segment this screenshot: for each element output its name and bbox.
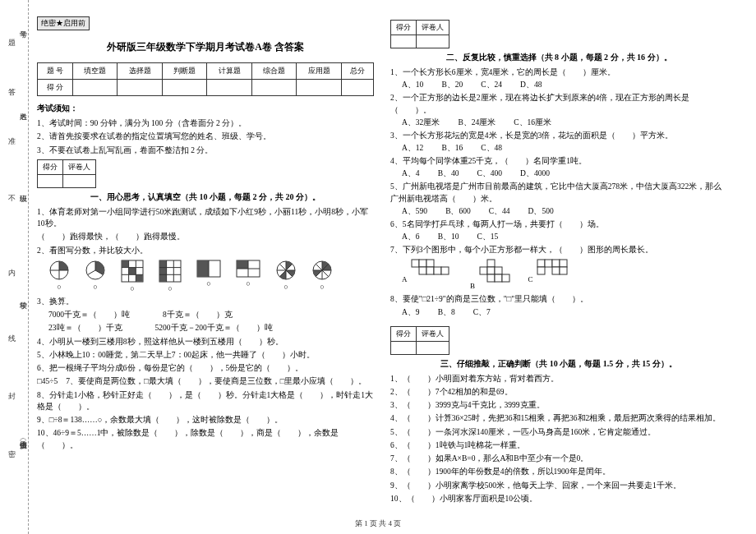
- q: 3、一个长方形花坛的宽是4米，长是宽的3倍，花坛的面积是（ ）平方米。: [390, 130, 727, 141]
- svg-rect-10: [136, 274, 143, 282]
- q: 5、（ ）一条河水深140厘米，一匹小马身高是160米，它肯定能通过。: [390, 426, 727, 438]
- score-table: 题 号 填空题 选择题 判断题 计算题 综合题 应用题 总分 得 分: [37, 62, 374, 96]
- fig-circle-thirds: ○: [85, 260, 106, 292]
- page: 绝密★启用前 外研版三年级数学下学期月考试卷A卷 含答案 题 号 填空题 选择题…: [29, 0, 752, 514]
- section2-title: 二、反复比较，慎重选择（共 8 小题，每题 2 分，共 16 分）。: [390, 52, 727, 63]
- svg-rect-46: [480, 267, 487, 274]
- q: 9、（ ）小明家离学校500米，他每天上学、回家，一个来回一共要走1千米。: [390, 480, 727, 491]
- q: 1、一个长方形长6厘米，宽4厘米，它的周长是（ ）厘米。: [390, 67, 727, 78]
- q: 8、（ ）1900年的年份数是4的倍数，所以1900年是闰年。: [390, 466, 727, 477]
- fig-circle-eighths: ○: [275, 260, 297, 292]
- q: 1、体育老师对第一小组同学进行50米跑测试，成绩如下小红9秒，小丽11秒，小明8…: [37, 206, 374, 230]
- left-column: 绝密★启用前 外研版三年级数学下学期月考试卷A卷 含答案 题 号 填空题 选择题…: [37, 16, 374, 506]
- q: 5、小林晚上10：00睡觉，第二天早上7：00起床，他一共睡了（ ）小时。: [37, 349, 374, 361]
- th: 综合题: [251, 63, 296, 80]
- row-label: 得 分: [38, 80, 73, 96]
- svg-rect-48: [495, 267, 502, 274]
- svg-rect-41: [419, 267, 426, 274]
- svg-rect-43: [434, 267, 441, 274]
- q: 2、（ ）7个42相加的和是69。: [390, 386, 727, 398]
- q: 3、换算。: [37, 296, 374, 307]
- th: 计算题: [207, 63, 251, 80]
- fig-grid-3x3: ○: [121, 260, 144, 292]
- options: A、32厘米B、24厘米C、16厘米: [402, 117, 727, 128]
- q: 2、一个正方形的边长是2厘米，现在将边长扩大到原来的4倍，现在正方形的周长是（ …: [390, 92, 727, 116]
- q: 7、（ ）如果A×B=0，那么A和B中至少有一个是0。: [390, 453, 727, 464]
- section-scorebox: 得分评卷人: [390, 20, 449, 48]
- shape-c: C: [528, 259, 574, 283]
- q: 7、下列3个图形中，每个小正方形都一样大，（ ）图形的周长最长。: [390, 244, 727, 255]
- fig-grid-3x3b: ○: [159, 260, 182, 292]
- notice-item: 3、不要在试卷上乱写乱画，卷面不整洁扣 2 分。: [37, 145, 374, 156]
- fig-rect-quarters: ○: [236, 260, 260, 292]
- svg-rect-45: [487, 260, 495, 267]
- th: 总分: [341, 63, 373, 80]
- svg-rect-44: [441, 267, 449, 274]
- svg-rect-47: [487, 267, 495, 274]
- svg-rect-58: [560, 267, 567, 274]
- shape-b: B: [470, 259, 510, 290]
- svg-rect-55: [560, 260, 567, 267]
- q: 2、看图写分数，并比较大小。: [37, 245, 374, 256]
- q: （ ）跑得最快，（ ）跑得最慢。: [37, 231, 374, 242]
- svg-rect-50: [495, 274, 502, 282]
- svg-rect-54: [552, 260, 560, 267]
- th: 填空题: [72, 63, 117, 80]
- svg-rect-16: [159, 260, 167, 282]
- notice-item: 1、考试时间：90 分钟，满分为 100 分（含卷面分 2 分）。: [37, 117, 374, 129]
- options: A、590B、600C、44D、500: [402, 206, 727, 217]
- q: 3、（ ）3999克与4千克比，3999克重。: [390, 399, 727, 411]
- svg-rect-51: [502, 274, 509, 282]
- svg-rect-39: [419, 260, 426, 267]
- th: 判断题: [162, 63, 206, 80]
- svg-rect-38: [412, 260, 419, 267]
- q: □45÷5 7、要使商是两位数，□最大填（ ），要使商是三位数，□里最小应填（ …: [37, 375, 374, 387]
- notice-item: 2、请首先按要求在试卷的指定位置填写您的姓名、班级、学号。: [37, 131, 374, 142]
- exam-title: 外研版三年级数学下学期月考试卷A卷 含答案: [37, 40, 374, 54]
- section1-title: 一、用心思考，认真填空（共 10 小题，每题 2 分，共 20 分）。: [37, 191, 374, 203]
- svg-rect-22: [197, 260, 209, 277]
- svg-rect-49: [487, 274, 495, 282]
- svg-rect-40: [426, 260, 434, 267]
- options: A、4B、40C、400D、4000: [402, 168, 727, 179]
- th: 应用题: [297, 63, 341, 80]
- q: 6、（ ）1吨铁与1吨棉花一样重。: [390, 440, 727, 451]
- q: 8、分针走1小格，秒针正好走（ ），是（ ）秒。分针走1大格是（ ），时针走1大…: [37, 389, 374, 413]
- svg-rect-56: [537, 267, 545, 274]
- q: 4、平均每个同学体重25千克，（ ）名同学重1吨。: [390, 155, 727, 167]
- fig-circle-eighths-b: ○: [311, 260, 333, 292]
- notice-head: 考试须知：: [37, 103, 374, 114]
- q: 1、（ ）小明面对着东方站，背对着西方。: [390, 373, 727, 384]
- th: 选择题: [118, 63, 162, 80]
- notice-list: 1、考试时间：90 分钟，满分为 100 分（含卷面分 2 分）。 2、请首先按…: [37, 117, 374, 156]
- q: 4、（ ）计算36×25时，先把36和15相乘，再把36和2相乘，最后把两次乘得…: [390, 412, 727, 424]
- options: A、10B、20C、24D、48: [402, 80, 727, 90]
- polyomino-shapes: A B: [402, 259, 727, 290]
- section3-title: 三、仔细推敲，正确判断（共 10 小题，每题 1.5 分，共 15 分）。: [390, 358, 727, 370]
- svg-rect-53: [545, 260, 552, 267]
- section-scorebox: 得分评卷人: [390, 326, 449, 355]
- options: A、6B、10C、15: [402, 232, 727, 242]
- page-footer: 第 1 页 共 4 页: [0, 518, 756, 529]
- fig-circle-quarters: ○: [48, 260, 70, 292]
- th: 题 号: [38, 63, 73, 80]
- q: 10、46÷9＝5……1中，被除数是（ ），除数是（ ），商是（ ），余数是（ …: [37, 427, 374, 451]
- q: 5、广州新电视塔是广州市目前最高的建筑，它比中信大厦高278米，中信大厦高322…: [390, 181, 727, 205]
- svg-rect-42: [426, 267, 434, 274]
- right-column: 得分评卷人 二、反复比较，慎重选择（共 8 小题，每题 2 分，共 16 分）。…: [390, 16, 727, 506]
- fig-rect-halves: ○: [196, 260, 221, 292]
- section2-questions: 1、一个长方形长6厘米，宽4厘米，它的周长是（ ）厘米。 A、10B、20C、2…: [390, 67, 727, 318]
- secret-label: 绝密★启用前: [37, 16, 90, 30]
- section3-questions: 1、（ ）小明面对着东方站，背对着西方。 2、（ ）7个42相加的和是69。 3…: [390, 373, 727, 505]
- binding-margin: 学号 姓名 班级 学校 乡镇（街道） 题 答 准 不 内 线 封 密: [0, 0, 29, 534]
- q: 6、把一根绳子平均分成6份，每份是它的（ ），5份是它的（ ）。: [37, 362, 374, 374]
- q: 10、（ ）小明家客厅面积是10公顷。: [390, 493, 727, 504]
- svg-rect-52: [537, 260, 545, 267]
- q: 9、□÷8＝138……○，余数最大填（ ），这时被除数是（ ）。: [37, 414, 374, 426]
- section1-questions: 1、体育老师对第一小组同学进行50米跑测试，成绩如下小红9秒，小丽11秒，小明8…: [37, 206, 374, 451]
- svg-rect-25: [237, 260, 248, 269]
- q: 6、5名同学打乒乓球，每两人打一场，共要打（ ）场。: [390, 219, 727, 230]
- svg-rect-57: [552, 267, 560, 274]
- q: 4、小明从一楼到三楼用8秒，照这样他从一楼到五楼用（ ）秒。: [37, 336, 374, 348]
- fraction-figures: ○ ○ ○ ○ ○: [48, 260, 374, 292]
